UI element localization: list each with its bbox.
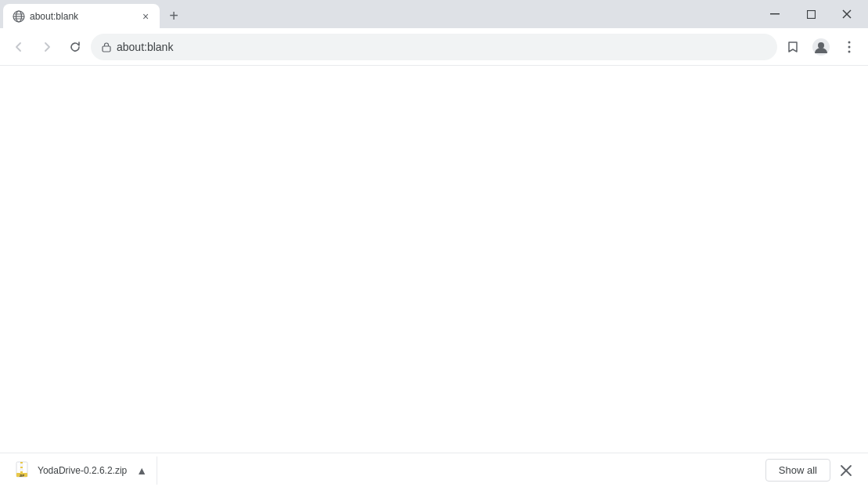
back-button[interactable] — [6, 34, 31, 60]
svg-point-13 — [848, 45, 851, 48]
profile-button[interactable] — [809, 34, 834, 60]
tab-close-button[interactable]: × — [138, 9, 153, 24]
close-button[interactable] — [829, 0, 865, 28]
tab-strip: about:blank × + — [0, 0, 754, 28]
show-all-button[interactable]: Show all — [765, 459, 830, 482]
svg-rect-9 — [103, 46, 110, 52]
svg-text:ZIP: ZIP — [20, 473, 25, 477]
window-controls — [754, 0, 868, 28]
svg-rect-5 — [770, 13, 780, 15]
maximize-button[interactable] — [793, 0, 829, 28]
tab-favicon-icon — [13, 10, 25, 23]
chrome-menu-button[interactable] — [837, 34, 862, 60]
svg-rect-18 — [20, 464, 23, 466]
address-lock-icon — [101, 41, 112, 52]
svg-rect-19 — [20, 467, 23, 468]
browser-toolbar — [0, 28, 868, 66]
title-bar: about:blank × + — [0, 0, 868, 28]
bookmark-button[interactable] — [780, 34, 805, 60]
download-expand-button[interactable]: ▲ — [133, 463, 150, 478]
active-tab[interactable]: about:blank × — [3, 4, 160, 29]
download-item: ZIP YodaDrive-0.2.6.2.zip ▲ — [9, 456, 157, 485]
svg-rect-17 — [20, 462, 23, 464]
refresh-button[interactable] — [63, 34, 88, 60]
download-bar: ZIP YodaDrive-0.2.6.2.zip ▲ Show all — [0, 453, 868, 487]
dismiss-download-bar-button[interactable] — [834, 458, 859, 483]
svg-point-12 — [848, 41, 851, 43]
address-bar[interactable] — [91, 34, 777, 60]
new-tab-button[interactable]: + — [163, 5, 185, 27]
svg-point-14 — [848, 50, 851, 52]
svg-point-11 — [818, 42, 824, 49]
download-filename: YodaDrive-0.2.6.2.zip — [38, 465, 127, 476]
address-input[interactable] — [117, 41, 767, 53]
svg-rect-20 — [20, 469, 23, 471]
zip-file-icon: ZIP — [16, 461, 31, 480]
svg-rect-6 — [807, 10, 815, 18]
browser-content — [0, 66, 868, 453]
forward-button[interactable] — [34, 34, 59, 60]
minimize-button[interactable] — [757, 0, 793, 28]
tab-title: about:blank — [30, 11, 133, 22]
